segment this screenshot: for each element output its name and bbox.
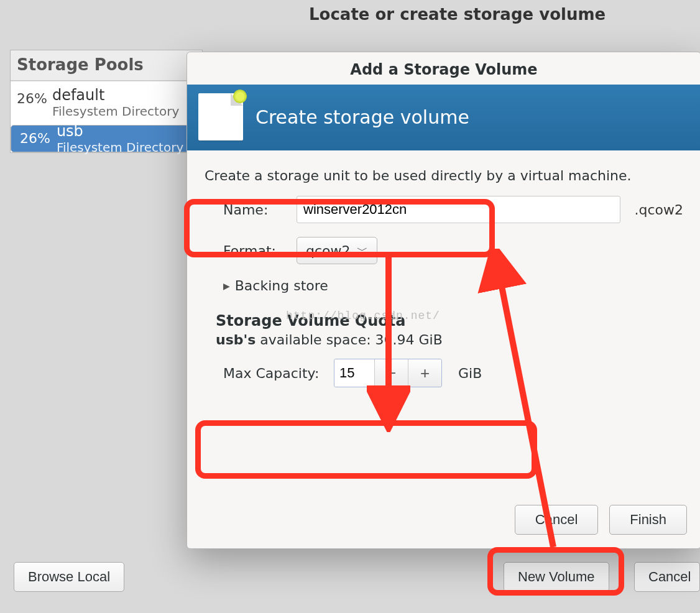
pool-percent: 26% [17,86,47,111]
max-capacity-label: Max Capacity: [223,366,325,381]
format-select[interactable]: qcow2 ﹀ [297,237,377,264]
format-value: qcow2 [306,243,351,259]
triangle-right-icon: ▶ [223,281,230,291]
backing-store-label: Backing store [235,278,328,293]
quota-subtitle: usb's available space: 36.94 GiB [216,332,683,348]
increment-button[interactable]: + [408,359,441,387]
capacity-unit: GiB [458,366,482,381]
pool-subtype: Filesystem Directory [57,140,183,155]
dialog-actions: Cancel Finish [515,505,687,535]
dialog-finish-button[interactable]: Finish [609,505,687,535]
backing-store-toggle[interactable]: ▶ Backing store [223,278,683,293]
storage-pools-panel: Storage Pools 26% default Filesystem Dir… [10,50,203,153]
add-storage-volume-dialog: Add a Storage Volume Create storage volu… [187,52,700,549]
dialog-lead: Create a storage unit to be used directl… [205,168,683,183]
pool-name: usb [57,122,183,140]
new-document-icon [198,93,243,141]
max-capacity-input[interactable] [334,359,374,387]
page-title: Locate or create storage volume [309,5,606,24]
watermark-text: http://blog.csdn.net/ [286,310,440,322]
name-input[interactable] [297,196,620,223]
name-row: Name: .qcow2 [223,196,683,223]
pool-percent: 26% [20,126,50,151]
format-row: Format: qcow2 ﹀ [223,237,683,264]
dialog-title: Add a Storage Volume [187,52,700,85]
dialog-banner-text: Create storage volume [256,106,469,128]
dialog-banner: Create storage volume [187,85,700,150]
quota-pool-name: usb's [216,332,256,348]
pool-subtype: Filesystem Directory [52,104,179,119]
decrement-button[interactable]: − [374,359,408,387]
storage-pools-header: Storage Pools [11,50,202,81]
dialog-cancel-button[interactable]: Cancel [515,505,598,535]
quota-available: available space: 36.94 GiB [260,332,442,348]
name-suffix: .qcow2 [634,202,683,218]
pool-row-usb[interactable]: 26% usb Filesystem Directory [11,125,193,152]
format-label: Format: [223,243,288,259]
max-capacity-row: Max Capacity: − + GiB [223,359,683,387]
max-capacity-stepper[interactable]: − + [334,359,442,387]
pool-name: default [52,86,179,104]
chevron-down-icon: ﹀ [357,243,368,258]
name-label: Name: [223,202,288,218]
cancel-button[interactable]: Cancel [634,562,700,592]
browse-local-button[interactable]: Browse Local [14,562,124,592]
pool-row-default[interactable]: 26% default Filesystem Directory [11,81,202,125]
dialog-body: Create a storage unit to be used directl… [187,150,700,387]
new-volume-button[interactable]: New Volume [504,562,609,592]
